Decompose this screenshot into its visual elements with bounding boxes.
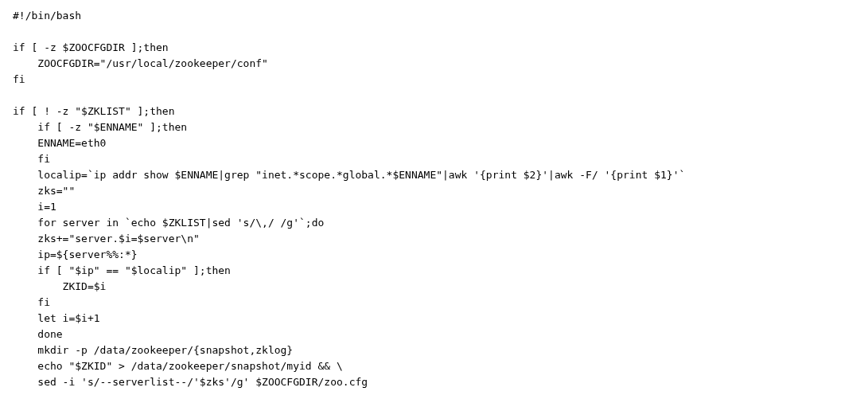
code-block: #!/bin/bash if [ -z $ZOOCFGDIR ];then ZO… (0, 0, 868, 398)
